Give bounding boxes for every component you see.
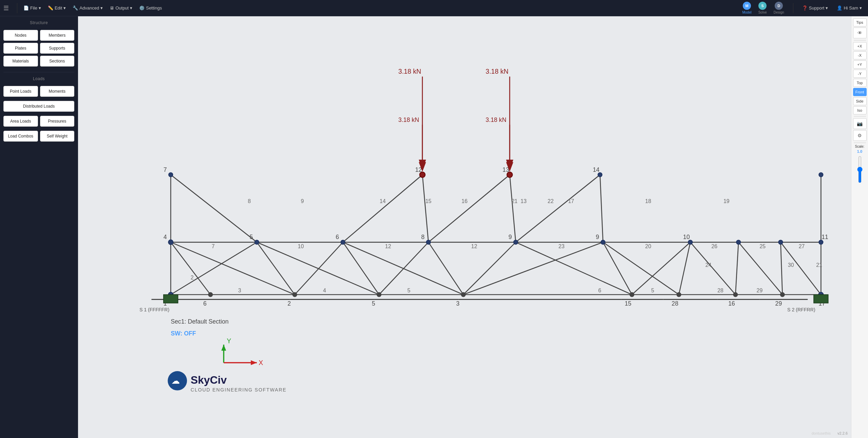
svg-text:24: 24	[705, 262, 712, 268]
sidebar: Structure Nodes Members Plates Supports …	[0, 16, 78, 438]
model-icon: M	[743, 2, 751, 10]
svg-text:5: 5	[407, 288, 410, 293]
svg-point-110	[601, 240, 605, 244]
output-menu[interactable]: 🖥 Output ▾	[106, 4, 136, 12]
sidebar-divider	[3, 72, 74, 72]
rp-divider2	[854, 116, 866, 116]
svg-line-63	[781, 242, 821, 294]
model-label: Model	[742, 11, 751, 14]
user-menu[interactable]: 👤 Hi Sam ▾	[834, 4, 865, 12]
advanced-menu[interactable]: 🔧 Advanced ▾	[69, 4, 106, 12]
structure-buttons: Nodes Members Plates Supports Materials …	[3, 30, 74, 67]
output-icon: 🖥	[110, 5, 114, 11]
svg-point-112	[736, 240, 740, 244]
top-button[interactable]: Top	[853, 79, 867, 87]
nodes-button[interactable]: Nodes	[3, 30, 38, 41]
svg-line-38	[171, 242, 257, 294]
svg-text:23: 23	[559, 243, 565, 249]
edit-menu[interactable]: ✏️ Edit ▾	[44, 4, 69, 12]
canvas-area[interactable]: 3.18 kN 3.18 kN	[78, 16, 851, 438]
svg-point-105	[168, 240, 173, 244]
tab-model[interactable]: M Model	[739, 1, 754, 15]
svg-text:14: 14	[593, 166, 600, 173]
svg-text:21: 21	[511, 198, 517, 204]
rp-divider3	[854, 143, 866, 143]
plates-button[interactable]: Plates	[3, 43, 38, 54]
eye-icon-button[interactable]: 👁	[853, 28, 867, 38]
user-icon: 👤	[837, 5, 842, 11]
svg-text:Sec1: Default Section: Sec1: Default Section	[171, 318, 229, 325]
svg-text:9: 9	[509, 234, 512, 240]
plus-x-button[interactable]: +X	[853, 42, 867, 50]
svg-text:SkyCiv: SkyCiv	[191, 374, 227, 386]
svg-line-48	[429, 175, 510, 242]
load-combos-button[interactable]: Load Combos	[3, 131, 38, 142]
svg-point-108	[426, 240, 430, 244]
svg-text:14: 14	[380, 198, 386, 204]
svg-line-47	[422, 175, 429, 242]
point-loads-button[interactable]: Point Loads	[3, 86, 38, 97]
supports-button[interactable]: Supports	[40, 43, 75, 54]
advanced-icon: 🔧	[73, 5, 78, 11]
svg-text:16: 16	[728, 300, 735, 307]
support-button[interactable]: ❓ Support ▾	[799, 4, 831, 12]
front-button[interactable]: Front	[853, 88, 867, 96]
hamburger-menu-icon[interactable]: ☰	[3, 4, 9, 12]
settings-icon-button[interactable]: ⚙	[853, 130, 867, 141]
svg-line-36	[171, 175, 257, 242]
moments-button[interactable]: Moments	[40, 86, 75, 97]
settings-icon: ⚙️	[139, 5, 145, 11]
svg-point-107	[341, 240, 345, 244]
svg-text:18: 18	[645, 198, 651, 204]
svg-point-113	[778, 240, 782, 244]
file-chevron-icon: ▾	[39, 5, 41, 11]
settings-menu[interactable]: ⚙️ Settings	[136, 4, 165, 12]
tab-design[interactable]: D Design	[771, 1, 787, 15]
svg-text:6: 6	[203, 300, 207, 307]
iso-button[interactable]: Iso	[853, 106, 867, 114]
svg-point-97	[293, 293, 297, 297]
side-button[interactable]: Side	[853, 97, 867, 105]
svg-text:3: 3	[456, 300, 459, 307]
minus-x-button[interactable]: -X	[853, 51, 867, 59]
svg-point-102	[733, 293, 737, 297]
members-button[interactable]: Members	[40, 30, 75, 41]
distributed-loads-button[interactable]: Distributed Loads	[3, 101, 74, 112]
camera-icon-button[interactable]: 📷	[853, 118, 867, 129]
area-loads-button[interactable]: Area Loads	[3, 116, 38, 127]
plus-y-button[interactable]: +Y	[853, 60, 867, 69]
loads-section-title: Loads	[3, 76, 74, 81]
settings-gear-icon: ⚙	[857, 133, 862, 138]
tab-solve[interactable]: S Solve	[756, 1, 770, 15]
svg-point-109	[514, 240, 518, 244]
pressures-button[interactable]: Pressures	[40, 116, 75, 127]
svg-text:4: 4	[323, 288, 326, 293]
minus-y-button[interactable]: -Y	[853, 70, 867, 78]
svg-line-59	[690, 242, 735, 294]
self-weight-button[interactable]: Self Weight	[40, 131, 75, 142]
edit-chevron-icon: ▾	[63, 5, 66, 11]
svg-text:12: 12	[385, 243, 391, 249]
file-menu[interactable]: 📄 File ▾	[20, 4, 44, 12]
svg-text:3.18 kN: 3.18 kN	[398, 116, 419, 123]
svg-text:16: 16	[461, 198, 468, 204]
materials-button[interactable]: Materials	[3, 56, 38, 67]
loads-buttons3: Load Combos Self Weight	[3, 131, 74, 142]
svg-point-115	[169, 172, 173, 177]
svg-line-60	[735, 242, 738, 294]
svg-text:25: 25	[759, 243, 766, 249]
svg-text:15: 15	[426, 198, 432, 204]
svg-text:3.18 kN: 3.18 kN	[398, 68, 421, 75]
svg-text:S 2 (RFFRR): S 2 (RFFRR)	[787, 307, 815, 312]
sections-button[interactable]: Sections	[40, 56, 75, 67]
svg-text:5: 5	[651, 288, 654, 293]
tips-button[interactable]: Tips	[853, 18, 867, 26]
svg-text:13: 13	[521, 198, 527, 204]
svg-text:5: 5	[250, 234, 253, 240]
user-label: Hi Sam	[844, 5, 858, 11]
svg-line-58	[679, 242, 691, 294]
svg-text:Y: Y	[227, 337, 231, 345]
scale-slider[interactable]	[856, 156, 863, 183]
version-label: v2.2.6	[837, 431, 848, 435]
svg-text:30: 30	[788, 262, 794, 268]
